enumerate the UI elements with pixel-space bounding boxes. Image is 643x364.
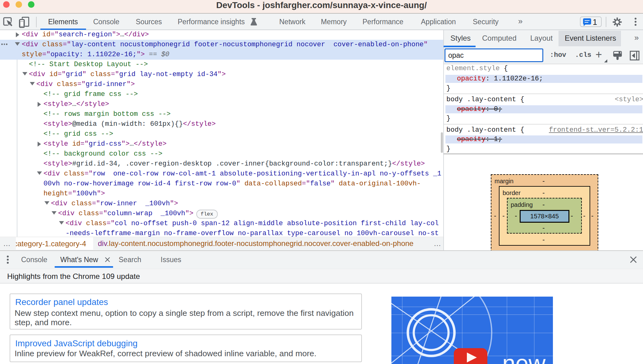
svg-text:new: new	[502, 350, 546, 364]
